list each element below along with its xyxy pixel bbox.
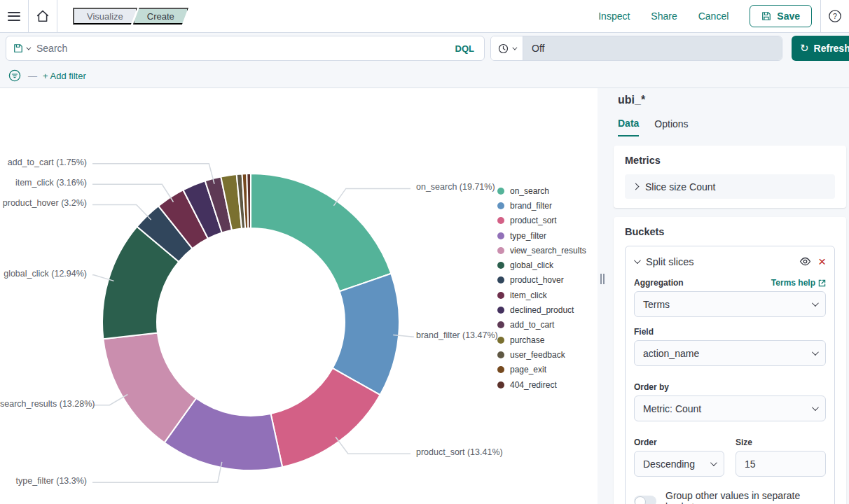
callout-item_click: item_click (3.16%) [0, 178, 87, 188]
legend-item-add_to_cart[interactable]: add_to_cart [497, 318, 586, 332]
legend-label: 404_redirect [510, 380, 557, 390]
field-select[interactable]: action_name [634, 340, 826, 366]
legend-swatch [497, 366, 504, 373]
chevron-down-icon [812, 300, 819, 307]
share-button[interactable]: Share [651, 10, 677, 22]
vis-options-panel: ubi_* Data Options Metrics Slice size Co… [607, 88, 849, 504]
refresh-button[interactable]: ↻ Refresh [792, 36, 849, 61]
chevron-down-icon [710, 459, 717, 466]
query-language-button[interactable]: DQL [446, 43, 484, 54]
cancel-button[interactable]: Cancel [698, 10, 729, 22]
main-content: on_search (19.71%)brand_filter (13.47%)p… [0, 88, 849, 504]
split-slices-header[interactable]: Split slices × [634, 255, 826, 268]
metrics-card: Metrics Slice size Count [614, 146, 846, 208]
legend-label: page_exit [510, 365, 546, 374]
legend-item-view_search_results[interactable]: view_search_results [497, 243, 586, 258]
buckets-card: Buckets Split slices × [614, 217, 846, 504]
legend-item-brand_filter[interactable]: brand_filter [497, 198, 586, 213]
legend-item-page_exit[interactable]: page_exit [497, 363, 586, 377]
chart-panel: on_search (19.71%)brand_filter (13.47%)p… [0, 88, 598, 504]
chevron-down-icon [634, 257, 641, 264]
refresh-button-label: Refresh [814, 43, 849, 54]
filter-menu-button[interactable] [8, 69, 21, 82]
legend-item-purchase[interactable]: purchase [497, 332, 586, 347]
legend-swatch [497, 188, 504, 195]
legend-swatch [497, 217, 504, 224]
time-picker-button[interactable] [491, 36, 523, 60]
slice-404_redirect[interactable] [247, 174, 251, 228]
order-label: Order [634, 438, 724, 447]
metrics-heading: Metrics [625, 155, 835, 166]
callout-line-type_filter [92, 462, 222, 482]
eye-icon [799, 255, 811, 267]
terms-help-link[interactable]: Terms help [771, 278, 826, 288]
index-pattern-title: ubi_* [614, 94, 846, 106]
top-nav-actions: Inspect Share Cancel Save ? [598, 0, 849, 32]
filter-icon [8, 69, 21, 82]
size-input[interactable] [736, 451, 826, 477]
order-by-select[interactable]: Metric: Count [634, 396, 826, 421]
inspect-button[interactable]: Inspect [598, 10, 630, 22]
legend-swatch [497, 307, 504, 314]
callout-line-product_sort [336, 437, 410, 454]
chevron-down-icon [812, 349, 819, 356]
callout-on_search: on_search (19.71%) [416, 182, 495, 192]
field-value: action_name [643, 348, 699, 359]
help-button[interactable]: ? [821, 0, 849, 32]
refresh-interval-value[interactable]: Off [523, 36, 782, 60]
search-input[interactable] [36, 43, 446, 54]
time-filter-group: Off [490, 36, 782, 61]
legend-item-global_click[interactable]: global_click [497, 258, 586, 272]
tab-options[interactable]: Options [654, 118, 688, 136]
filter-bar: — + Add filter [0, 64, 849, 88]
legend-label: type_filter [510, 231, 546, 241]
breadcrumb-visualize[interactable]: Visualize [73, 8, 137, 24]
legend-item-product_hover[interactable]: product_hover [497, 273, 586, 288]
aggregation-select[interactable]: Terms [634, 291, 826, 317]
legend-label: product_sort [510, 216, 557, 225]
save-button[interactable]: Save [750, 5, 812, 27]
legend-item-type_filter[interactable]: type_filter [497, 228, 586, 243]
clock-icon [498, 43, 509, 54]
hamburger-icon [8, 9, 20, 23]
callout-global_click: global_click (12.94%) [0, 269, 87, 279]
menu-button[interactable] [0, 0, 28, 32]
legend-item-on_search[interactable]: on_search [497, 183, 586, 198]
app-root: Visualize Create Inspect Share Cancel Sa… [0, 0, 849, 504]
group-other-toggle[interactable] [634, 496, 656, 504]
home-button[interactable] [29, 0, 57, 32]
remove-bucket-button[interactable]: × [818, 255, 826, 268]
legend-swatch [497, 232, 504, 239]
order-select[interactable]: Descending [634, 451, 724, 477]
chevron-down-icon [512, 45, 517, 50]
saved-query-icon [13, 43, 23, 53]
search-box: DQL [6, 36, 485, 61]
add-filter-button[interactable]: + Add filter [43, 71, 86, 81]
legend-item-user_feedback[interactable]: user_feedback [497, 347, 586, 362]
panel-resizer[interactable] [598, 88, 607, 504]
legend-item-product_sort[interactable]: product_sort [497, 214, 586, 228]
saved-queries-button[interactable] [6, 36, 36, 60]
legend-item-item_click[interactable]: item_click [497, 288, 586, 302]
legend-label: add_to_cart [510, 320, 554, 330]
callout-type_filter: type_filter (13.3%) [0, 476, 87, 486]
filter-placeholder-dash: — [28, 71, 37, 81]
callout-line-on_search [333, 188, 410, 206]
toggle-visibility-button[interactable] [799, 255, 811, 267]
legend-item-declined_product[interactable]: declined_product [497, 302, 586, 317]
group-other-label: Group other values in separate bucket [665, 490, 826, 504]
legend-swatch [497, 262, 504, 269]
legend-swatch [497, 351, 504, 358]
legend-item-404_redirect[interactable]: 404_redirect [497, 377, 586, 392]
top-nav: Visualize Create Inspect Share Cancel Sa… [0, 0, 849, 33]
callout-product_hover: product_hover (3.2%) [0, 198, 87, 208]
chart-legend: on_searchbrand_filterproduct_sorttype_fi… [497, 183, 586, 392]
legend-label: declined_product [510, 305, 574, 315]
breadcrumb-create[interactable]: Create [133, 8, 188, 24]
tab-data[interactable]: Data [618, 118, 639, 136]
slice-on_search[interactable] [251, 174, 391, 291]
resize-handle-icon [600, 274, 605, 284]
save-icon [761, 11, 771, 21]
slice-size-accordion[interactable]: Slice size Count [625, 174, 835, 199]
legend-label: user_feedback [510, 350, 565, 360]
